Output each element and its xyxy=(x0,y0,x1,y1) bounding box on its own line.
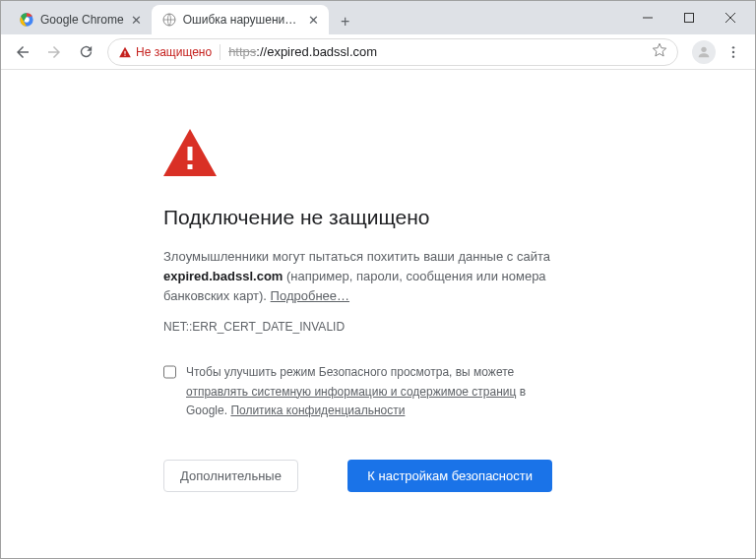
maximize-button[interactable] xyxy=(668,4,710,31)
back-to-safety-button[interactable]: К настройкам безопасности xyxy=(347,460,552,492)
tab-title: Ошибка нарушения конфиден... xyxy=(183,13,301,27)
warning-body: Злоумышленники могут пытаться похитить в… xyxy=(163,247,552,306)
bookmark-star-icon[interactable] xyxy=(652,42,667,62)
tab-title: Google Chrome xyxy=(40,13,124,27)
profile-avatar[interactable] xyxy=(692,40,716,64)
warning-triangle-icon xyxy=(163,129,552,180)
svg-rect-7 xyxy=(124,50,125,53)
security-label: Не защищено xyxy=(136,45,212,59)
toolbar: Не защищено https://expired.badssl.com xyxy=(1,34,755,70)
separator xyxy=(220,44,220,60)
close-window-button[interactable] xyxy=(710,4,751,31)
forward-button[interactable] xyxy=(40,38,68,66)
svg-point-11 xyxy=(732,50,734,52)
interstitial-content: Подключение не защищено Злоумышленники м… xyxy=(1,70,552,492)
address-bar[interactable]: Не защищено https://expired.badssl.com xyxy=(107,38,678,66)
tab-1[interactable]: Ошибка нарушения конфиден... ✕ xyxy=(152,5,329,34)
error-code: NET::ERR_CERT_DATE_INVALID xyxy=(163,320,552,334)
reload-button[interactable] xyxy=(72,38,99,66)
optin-text: Чтобы улучшить режим Безопасного просмот… xyxy=(186,363,552,420)
svg-point-10 xyxy=(732,46,734,48)
tab-strip: Google Chrome ✕ Ошибка нарушения конфиде… xyxy=(1,5,627,34)
advanced-button[interactable]: Дополнительные xyxy=(163,460,298,492)
optin-link-send[interactable]: отправлять системную информацию и содерж… xyxy=(186,385,516,399)
svg-rect-8 xyxy=(124,54,125,55)
menu-button[interactable] xyxy=(720,38,747,66)
chrome-favicon-icon xyxy=(19,12,34,28)
svg-rect-13 xyxy=(188,147,193,160)
hostname: expired.badssl.com xyxy=(163,269,283,283)
optin-link-privacy[interactable]: Политика конфиденциальности xyxy=(230,404,405,417)
warning-triangle-icon xyxy=(118,45,132,59)
tab-0[interactable]: Google Chrome ✕ xyxy=(9,5,152,34)
svg-point-12 xyxy=(732,55,734,57)
window-controls xyxy=(627,1,755,34)
svg-rect-14 xyxy=(188,164,193,169)
window-titlebar: Google Chrome ✕ Ошибка нарушения конфиде… xyxy=(1,1,755,34)
tab-close-icon[interactable]: ✕ xyxy=(307,13,321,27)
tab-close-icon[interactable]: ✕ xyxy=(130,13,144,27)
svg-point-9 xyxy=(701,46,706,51)
back-button[interactable] xyxy=(9,38,36,66)
optin-checkbox[interactable] xyxy=(163,365,176,379)
svg-rect-4 xyxy=(685,14,694,23)
globe-favicon-icon xyxy=(161,12,177,28)
minimize-button[interactable] xyxy=(627,4,668,31)
url-text: https://expired.badssl.com xyxy=(228,44,652,59)
optin-row: Чтобы улучшить режим Безопасного просмот… xyxy=(163,363,552,420)
page-heading: Подключение не защищено xyxy=(163,206,552,229)
learn-more-link[interactable]: Подробнее… xyxy=(271,288,349,303)
action-row: Дополнительные К настройкам безопасности xyxy=(163,460,552,492)
new-tab-button[interactable]: + xyxy=(333,9,358,34)
security-indicator[interactable]: Не защищено xyxy=(118,45,212,59)
